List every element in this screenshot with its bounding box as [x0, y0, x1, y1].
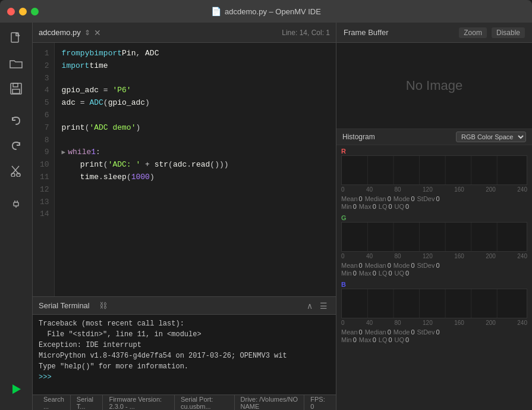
code-line: print('ADC demo') [62, 122, 329, 134]
window-title: adcdemo.py – OpenMV IDE [225, 7, 321, 16]
b-channel-section: B 04080120160200240 Mean 0 [336, 278, 532, 345]
histogram-tab[interactable]: Histogram [342, 133, 375, 141]
status-firmware[interactable]: Firmware Version: 2.3.0 - ... [103, 395, 174, 410]
b-histogram-chart [341, 289, 527, 318]
code-line [62, 196, 329, 209]
tab-filename: adcdemo.py [39, 28, 81, 37]
terminal-expand-icon[interactable]: ∧ [304, 300, 315, 312]
editor-area: adcdemo.py ⇕ ✕ Line: 14, Col: 1 12345 67… [33, 23, 336, 410]
code-line: print('ADC: ' + str(adc.read())) [62, 159, 329, 171]
r-channel-label: R [341, 148, 527, 155]
close-button[interactable] [7, 8, 15, 15]
frame-buffer-header: Frame Buffer Zoom Disable [336, 23, 532, 43]
status-firmware-label: Firmware Version: 2.3.0 - ... [109, 396, 168, 410]
fullscreen-button[interactable] [31, 8, 39, 15]
svg-rect-9 [14, 202, 18, 206]
code-line: gpio_adc = 'P6' [62, 84, 329, 97]
status-fps[interactable]: FPS: 0 [304, 395, 331, 410]
status-search[interactable]: Search ... [37, 395, 71, 410]
svg-marker-13 [12, 384, 21, 394]
cut-button[interactable] [5, 159, 27, 182]
zoom-button[interactable]: Zoom [459, 27, 487, 38]
code-line: from pyb import Pin, ADC [62, 48, 329, 60]
frame-image-area: No Image [336, 43, 532, 129]
tab-close-icon[interactable]: ✕ [94, 28, 101, 37]
g-stats-row2: Min 0 Max 0 LQ 0 UQ 0 [341, 270, 527, 277]
minimize-button[interactable] [19, 8, 27, 15]
serial-terminal: Serial Terminal ⛓ ∧ ☰ Traceback (most re… [33, 296, 336, 395]
frame-buffer-title: Frame Buffer [344, 28, 389, 37]
g-histogram-chart [341, 222, 527, 252]
terminal-link-icon: ⛓ [99, 301, 107, 310]
open-file-button[interactable] [5, 52, 27, 75]
r-histogram-chart [341, 155, 527, 185]
code-editor[interactable]: 12345 678910 11121314 from pyb import Pi… [33, 43, 336, 296]
b-histogram-axis: 04080120160200240 [341, 320, 527, 328]
terminal-actions: ∧ ☰ [304, 300, 330, 312]
status-serial-t[interactable]: Serial T... [71, 395, 103, 410]
disable-button[interactable]: Disable [492, 27, 525, 38]
left-toolbar [0, 23, 33, 410]
file-tab[interactable]: adcdemo.py ⇕ ✕ [39, 28, 101, 37]
cursor-position: Line: 14, Col: 1 [282, 29, 330, 37]
code-line [62, 134, 329, 147]
terminal-line: MicroPython v1.8-4376-g4de7fa54 on 2017-… [39, 350, 330, 361]
terminal-content[interactable]: Traceback (most recent call last): File … [33, 315, 336, 395]
g-channel-section: G 04080120160200240 Mean 0 [336, 212, 532, 278]
code-line: ▶while 1: [62, 146, 329, 159]
status-serial-t-label: Serial T... [77, 396, 97, 410]
r-channel-section: R 04080120160200240 Mean 0 [336, 145, 532, 212]
terminal-header: Serial Terminal ⛓ ∧ ☰ [33, 297, 336, 315]
editor-header: adcdemo.py ⇕ ✕ Line: 14, Col: 1 [33, 23, 336, 43]
connect-button[interactable] [5, 192, 27, 214]
svg-rect-4 [12, 89, 20, 93]
line-numbers: 12345 678910 11121314 [33, 43, 55, 296]
terminal-title: Serial Terminal [39, 301, 90, 310]
status-drive-label: Drive: /Volumes/NO NAME [241, 396, 298, 410]
r-stats-row2: Min 0 Max 0 LQ 0 UQ 0 [341, 203, 527, 210]
run-button[interactable] [5, 378, 27, 400]
new-file-button[interactable] [5, 27, 27, 50]
code-line: adc = ADC(gpio_adc) [62, 97, 329, 109]
histogram-header: Histogram RGB Color Space Grayscale LAB [336, 129, 532, 145]
status-bar: Search ... Serial T... Firmware Version:… [33, 395, 336, 410]
code-line [62, 208, 329, 221]
code-content[interactable]: from pyb import Pin, ADC import time gpi… [55, 43, 336, 296]
code-line: time.sleep(1000) [62, 171, 329, 184]
status-fps-label: FPS: 0 [310, 396, 325, 410]
status-port[interactable]: Serial Port: cu.usbm... [175, 395, 235, 410]
status-drive[interactable]: Drive: /Volumes/NO NAME [235, 395, 305, 410]
g-histogram-axis: 04080120160200240 [341, 253, 527, 262]
code-line [62, 184, 329, 196]
b-stats-row2: Min 0 Max 0 LQ 0 UQ 0 [341, 336, 527, 343]
terminal-prompt: >>> [39, 372, 330, 383]
title-bar: 📄 adcdemo.py – OpenMV IDE [0, 0, 532, 23]
main-container: adcdemo.py ⇕ ✕ Line: 14, Col: 1 12345 67… [0, 23, 532, 410]
save-file-button[interactable] [5, 77, 27, 100]
terminal-line: File "<stdin>", line 11, in <module> [39, 329, 330, 340]
b-channel-label: B [341, 281, 527, 288]
redo-button[interactable] [5, 134, 27, 157]
code-line [62, 73, 329, 85]
terminal-line: Exception: IDE interrupt [39, 340, 330, 350]
window-controls [7, 8, 39, 15]
code-line [62, 109, 329, 122]
terminal-line: Type "help()" for more information. [39, 361, 330, 372]
no-image-text: No Image [406, 78, 462, 93]
frame-buffer-actions: Zoom Disable [459, 27, 525, 38]
title-bar-title: 📄 adcdemo.py – OpenMV IDE [211, 7, 321, 16]
undo-button[interactable] [5, 109, 27, 132]
g-stats-row1: Mean 0 Median 0 Mode 0 StDev 0 [341, 262, 527, 269]
g-channel-label: G [341, 214, 527, 221]
b-stats-row1: Mean 0 Median 0 Mode 0 StDev 0 [341, 328, 527, 336]
title-icon: 📄 [211, 7, 221, 16]
r-histogram-axis: 04080120160200240 [341, 186, 527, 195]
r-stats-row1: Mean 0 Median 0 Mode 0 StDev 0 [341, 195, 527, 202]
svg-point-7 [11, 173, 15, 177]
terminal-menu-icon[interactable]: ☰ [317, 300, 330, 312]
color-space-select[interactable]: RGB Color Space Grayscale LAB [456, 132, 526, 142]
terminal-line: Traceback (most recent call last): [39, 318, 330, 329]
code-line: import time [62, 60, 329, 73]
svg-rect-3 [13, 83, 18, 87]
tab-arrows-icon: ⇕ [84, 29, 90, 37]
